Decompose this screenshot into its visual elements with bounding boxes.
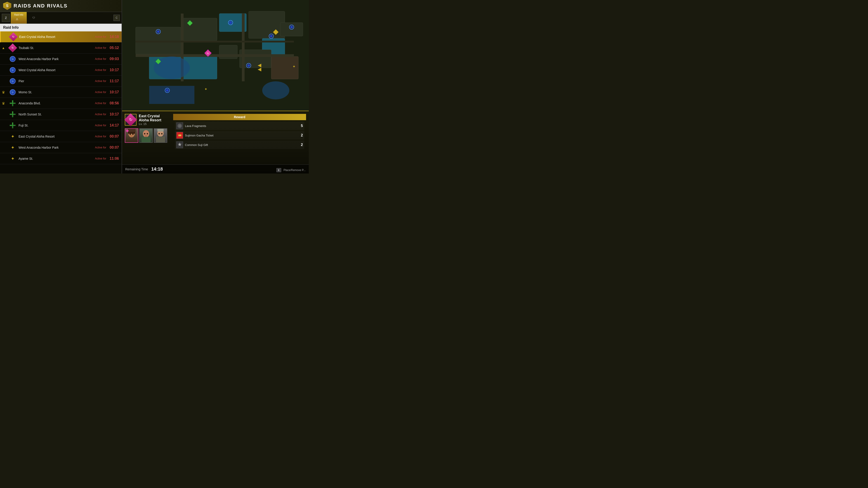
svg-text:↻: ↻: [207, 52, 209, 55]
reward-qty-2: 2: [301, 133, 303, 137]
timer-3: 09:03: [107, 57, 119, 61]
character-face-2: [140, 129, 152, 142]
list-item[interactable]: ♛ Anaconda Blvd. Active for 08:56: [0, 98, 122, 109]
raid-icon-4: ◎: [9, 66, 16, 74]
active-label-9: Active for: [95, 124, 106, 127]
active-label-10: Active for: [95, 135, 106, 138]
gift-icon-svg: [177, 142, 182, 148]
arrow-up-icon: ▲: [1, 45, 6, 51]
svg-text:✦: ✦: [204, 87, 207, 91]
svg-rect-42: [128, 132, 135, 134]
active-label-7: Active for: [95, 102, 106, 105]
svg-rect-51: [142, 137, 151, 142]
active-label-6: Active for: [95, 91, 106, 94]
raid-icon-12: ✦: [9, 155, 16, 162]
list-item[interactable]: ↻ East Crystal Aloha Resort Active for 1…: [0, 31, 122, 42]
list-item[interactable]: ◎ West Crystal Aloha Resort Active for 1…: [0, 65, 122, 76]
reward-row-3: Common Suji Gift 2: [175, 140, 304, 149]
reward-name-1: Lava Fragments: [185, 124, 299, 128]
remaining-time: 14:18: [151, 166, 163, 172]
list-item[interactable]: ✦ East Crystal Aloha Resort Active for 0…: [0, 131, 122, 142]
detail-raid-level: Lv. 15: [139, 122, 170, 126]
reward-section: Reward ⬡ Lava Fragments 5: [173, 114, 306, 162]
svg-rect-50: [145, 135, 147, 136]
tab-c-key[interactable]: C: [114, 15, 120, 21]
face-svg-2: [140, 129, 152, 142]
bottom-hint-bar: E Place/Remove P...: [273, 167, 309, 173]
char-thumb-2: [139, 128, 153, 143]
raid-list: ↻ East Crystal Aloha Resort Active for 1…: [0, 31, 122, 173]
svg-point-55: [158, 133, 160, 134]
svg-point-56: [161, 133, 162, 134]
gacha-ticket-icon: 🎫: [176, 132, 183, 139]
title-shield-icon: S: [3, 2, 11, 10]
raid-name-9: Fuji St.: [19, 124, 95, 127]
svg-point-21: [229, 21, 232, 24]
suji-gift-icon: [176, 141, 183, 148]
reward-qty-1: 5: [301, 124, 303, 128]
svg-rect-14: [135, 41, 294, 42]
svg-point-43: [129, 133, 131, 135]
raid-icon-8: [9, 111, 16, 118]
detail-panel: ↻ East Crystal Aloha Resort Lv. 15: [122, 111, 309, 173]
svg-point-19: [157, 30, 160, 33]
character-thumbs: [125, 128, 170, 143]
tab-raid-info[interactable]: Raid Info ⚠: [11, 12, 27, 24]
svg-point-49: [147, 133, 148, 134]
active-label-4: Active for: [95, 68, 106, 72]
timer-7: 08:56: [107, 101, 119, 105]
svg-rect-2: [183, 18, 217, 41]
detail-raid-name: East Crystal Aloha Resort: [139, 114, 170, 122]
lava-icon-svg: ⬡: [177, 123, 182, 129]
lava-fragments-icon: ⬡: [176, 123, 183, 129]
detail-large-icon: ↻: [125, 114, 136, 126]
active-label-1: Active for: [95, 35, 106, 38]
list-item[interactable]: ◎ Pier Active for 11:17: [0, 76, 122, 87]
svg-point-44: [132, 133, 133, 135]
raid-icon-6: ◎: [9, 89, 16, 96]
raid-name-4: West Crystal Aloha Resort: [19, 68, 95, 72]
character-face-3: [154, 129, 167, 142]
hotkey-e: E: [276, 168, 281, 172]
tabs-row: Z Raid Info ⚠ 🛡 C: [0, 12, 122, 24]
svg-text:✦: ✦: [292, 65, 296, 68]
reward-name-2: Sujimon Gacha Ticket: [185, 134, 299, 137]
list-item[interactable]: North Sunset St. Active for 10:17: [0, 109, 122, 120]
map-svg: ↻ ✦ ✦: [122, 0, 309, 111]
timer-8: 10:17: [107, 112, 119, 116]
svg-point-25: [290, 26, 293, 29]
svg-rect-17: [149, 86, 194, 104]
list-item[interactable]: ✦ Ayame St. Active for 11:06: [0, 153, 122, 164]
raid-icon-11: ✦: [9, 144, 16, 151]
svg-point-45: [130, 135, 133, 137]
detail-content: ↻ East Crystal Aloha Resort Lv. 15: [122, 111, 309, 164]
list-item[interactable]: Fuji St. Active for 14:17: [0, 120, 122, 131]
remaining-label: Remaining Time: [125, 167, 148, 171]
reward-name-3: Common Suji Gift: [185, 143, 299, 147]
raid-name-5: Pier: [19, 79, 95, 83]
raid-icon-3: ◎: [9, 55, 16, 63]
reward-row-1: ⬡ Lava Fragments 5: [175, 122, 304, 130]
active-label-8: Active for: [95, 113, 106, 116]
tab-z-key[interactable]: Z: [2, 14, 10, 22]
title-bar: S Raids and Rivals: [0, 0, 122, 12]
active-label-11: Active for: [95, 146, 106, 149]
reward-list: ⬡ Lava Fragments 5 🎫 Sujimon Gacha Ticke…: [173, 122, 306, 149]
svg-rect-54: [157, 129, 164, 131]
warning-icon: ⚠: [14, 17, 20, 22]
list-item[interactable]: ▲ ↻ Tsubaki St. Active for 05:12: [0, 42, 122, 54]
list-item[interactable]: ◎ West Anaconda Harbor Park Active for 0…: [0, 54, 122, 65]
raid-name-1: East Crystal Aloha Resort: [19, 35, 95, 39]
face-svg-3: [154, 129, 167, 142]
timer-1: 14:18: [107, 35, 119, 39]
left-panel: S Raids and Rivals Z Raid Info ⚠ 🛡 C Rai…: [0, 0, 122, 173]
app-title: Raids and Rivals: [13, 3, 68, 9]
raid-name-2: Tsubaki St.: [19, 46, 95, 50]
tab-shield[interactable]: 🛡: [28, 13, 40, 22]
reward-header: Reward: [173, 114, 306, 120]
list-item[interactable]: ✦ West Anaconda Harbor Park Active for 0…: [0, 142, 122, 153]
svg-point-16: [262, 81, 289, 99]
list-item[interactable]: ♛ ◎ Momo St. Active for 10:17: [0, 87, 122, 98]
tab-raid-info-label: Raid Info: [14, 13, 23, 16]
reward-row-2: 🎫 Sujimon Gacha Ticket 2: [175, 131, 304, 140]
